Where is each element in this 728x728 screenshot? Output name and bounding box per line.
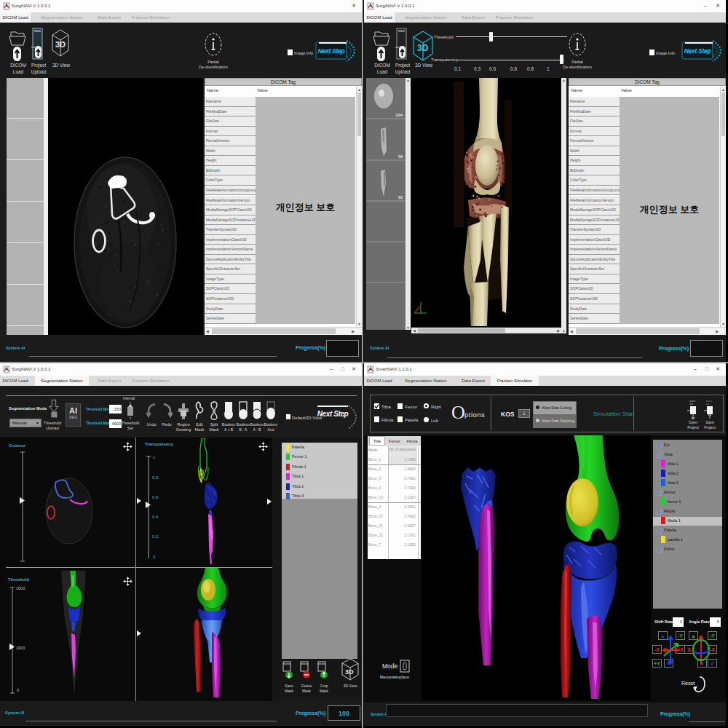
svg-text:3D: 3D xyxy=(345,668,354,676)
svg-text:0.8: 0.8 xyxy=(152,475,159,480)
svg-text:92: 92 xyxy=(398,195,403,199)
svg-text:3D: 3D xyxy=(417,43,429,53)
svg-text:2000: 2000 xyxy=(16,586,25,590)
svg-text:194: 194 xyxy=(395,113,403,117)
svg-text:0.6: 0.6 xyxy=(152,495,159,499)
svg-text:0.2: 0.2 xyxy=(152,534,159,539)
svg-text:1: 1 xyxy=(153,455,156,459)
svg-text:1000: 1000 xyxy=(16,646,25,650)
svg-text:0: 0 xyxy=(17,688,19,692)
svg-text:0: 0 xyxy=(153,555,156,559)
svg-text:3D: 3D xyxy=(55,40,66,49)
svg-text:0.4: 0.4 xyxy=(152,515,159,519)
svg-text:96: 96 xyxy=(398,154,403,159)
